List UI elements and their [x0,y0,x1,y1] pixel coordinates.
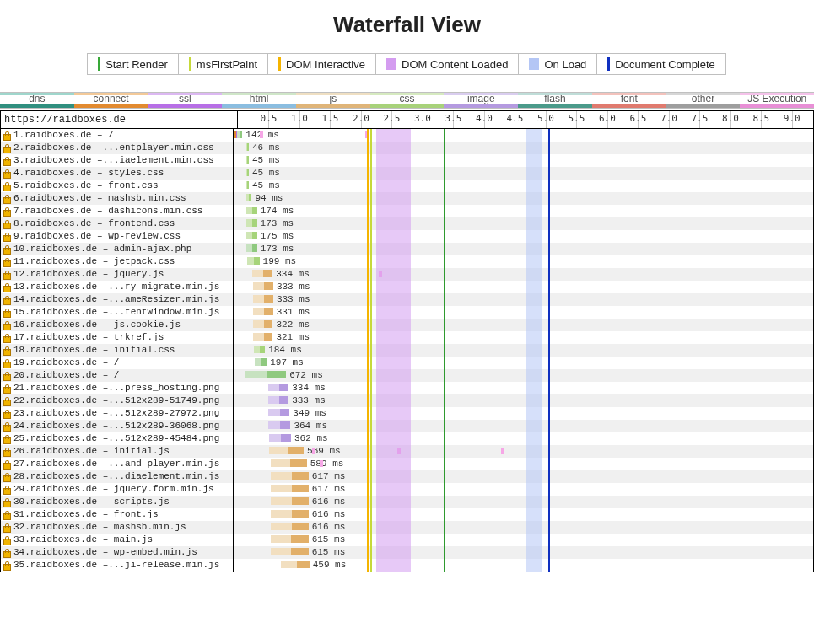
waterfall-row[interactable]: 10. raidboxes.de – admin-ajax.php173 ms [1,243,813,255]
lock-icon [3,549,11,557]
waterfall-row[interactable]: 28. raidboxes.de –...diaelement.min.js61… [1,470,813,483]
row-bars: 617 ms [234,470,813,483]
row-url: raidboxes.de –...512x289-45484.png [30,432,219,445]
row-label: 34. raidboxes.de – wp-embed.min.js [1,546,234,559]
row-label: 27. raidboxes.de –...and-player.min.js [1,458,234,470]
waterfall-row[interactable]: 17. raidboxes.de – trkref.js321 ms [1,331,813,344]
lock-icon [3,460,11,469]
waterfall-row[interactable]: 27. raidboxes.de –...and-player.min.js58… [1,458,813,470]
waterfall-row[interactable]: 26. raidboxes.de – initial.js569 ms [1,445,813,458]
row-label: 20. raidboxes.de – / [1,369,234,382]
request-wait-bar [255,358,261,366]
request-download-bar [267,371,286,378]
waterfall-row[interactable]: 33. raidboxes.de – main.js615 ms [1,534,813,546]
request-wait-bar [281,561,296,568]
lock-icon [3,435,11,443]
axis-tick-label: 2.5 [384,113,401,124]
waterfall-row[interactable]: 18. raidboxes.de – initial.css184 ms [1,344,813,357]
lock-icon [3,448,11,456]
waterfall-row[interactable]: 21. raidboxes.de –...press_hosting.png33… [1,382,813,394]
row-number: 7. [13,205,24,217]
row-duration: 459 ms [313,559,347,572]
request-download-bar [292,497,309,505]
waterfall-row[interactable]: 1. raidboxes.de – /142 ms [1,129,813,142]
lock-icon [3,283,11,292]
row-bars: 197 ms [234,357,813,369]
waterfall-row[interactable]: 19. raidboxes.de – /197 ms [1,357,813,369]
waterfall-row[interactable]: 34. raidboxes.de – wp-embed.min.js615 ms [1,546,813,559]
lock-icon [3,561,11,570]
row-bars: 349 ms [234,407,813,420]
row-duration: 333 ms [292,394,326,407]
waterfall-row[interactable]: 23. raidboxes.de –...512x289-27972.png34… [1,407,813,420]
waterfall-row[interactable]: 11. raidboxes.de – jetpack.css199 ms [1,255,813,268]
axis-tick-label: 2.0 [353,113,369,124]
axis-tick-label: 7.0 [660,113,677,124]
row-url: raidboxes.de – initial.css [30,344,175,357]
waterfall-row[interactable]: 8. raidboxes.de – frontend.css173 ms [1,217,813,230]
waterfall-row[interactable]: 6. raidboxes.de – mashsb.min.css94 ms [1,192,813,205]
request-download-bar [292,510,309,518]
request-download-bar [252,232,257,239]
row-label: 10. raidboxes.de – admin-ajax.php [1,243,234,255]
type-legend-item: flash [518,93,592,108]
waterfall-row[interactable]: 5. raidboxes.de – front.css45 ms [1,180,813,192]
lock-icon [3,220,11,228]
row-label: 29. raidboxes.de – jquery.form.min.js [1,483,234,496]
waterfall-row[interactable]: 30. raidboxes.de – scripts.js616 ms [1,496,813,508]
request-wait-bar [253,282,264,290]
row-bars: 615 ms [234,546,813,559]
request-download-bar [292,485,309,492]
row-url: raidboxes.de –...diaelement.min.js [30,470,219,483]
event-legend-swatch [529,58,539,70]
row-number: 30. [13,496,30,508]
row-bars: 615 ms [234,534,813,546]
event-legend-item: Document Complete [596,53,726,75]
waterfall-row[interactable]: 35. raidboxes.de –...ji-release.min.js45… [1,559,813,572]
waterfall-row[interactable]: 24. raidboxes.de –...512x289-36068.png36… [1,420,813,432]
row-bars: 175 ms [234,230,813,243]
waterfall-row[interactable]: 3. raidboxes.de –...iaelement.min.css45 … [1,154,813,167]
row-url: raidboxes.de – mashsb.min.css [24,192,186,205]
event-legend-item: msFirstPaint [178,53,268,75]
row-bars: 364 ms [234,420,813,432]
waterfall-row[interactable]: 31. raidboxes.de – front.js616 ms [1,508,813,521]
lock-icon [3,346,11,355]
lock-icon [3,157,11,165]
request-download-bar [263,270,272,277]
url-header: https://raidboxes.de [1,111,238,128]
type-legend-item: image [444,93,518,108]
axis-tick-label: 8.0 [722,113,739,124]
row-number: 14. [13,293,30,306]
waterfall-row[interactable]: 22. raidboxes.de –...512x289-51749.png33… [1,394,813,407]
request-download-bar [292,472,309,480]
waterfall-row[interactable]: 20. raidboxes.de – /672 ms [1,369,813,382]
waterfall-row[interactable]: 2. raidboxes.de –...entplayer.min.css46 … [1,142,813,154]
row-url: raidboxes.de –...and-player.min.js [30,458,219,470]
request-wait-bar [269,447,288,454]
waterfall-row[interactable]: 7. raidboxes.de – dashicons.min.css174 m… [1,205,813,217]
waterfall-row[interactable]: 32. raidboxes.de – mashsb.min.js616 ms [1,521,813,534]
request-download-bar [252,244,257,252]
row-duration: 322 ms [276,319,310,331]
waterfall-row[interactable]: 13. raidboxes.de –...ry-migrate.min.js33… [1,281,813,293]
row-bars: 334 ms [234,268,813,281]
row-label: 15. raidboxes.de –...tentWindow.min.js [1,306,234,319]
request-wait-bar [271,523,292,530]
waterfall-row[interactable]: 4. raidboxes.de – styles.css45 ms [1,167,813,180]
waterfall-row[interactable]: 15. raidboxes.de –...tentWindow.min.js33… [1,306,813,319]
type-legend: dnsconnectsslhtmljscssimageflashfontothe… [0,92,814,109]
request-download-bar [254,257,260,265]
lock-icon [3,422,11,431]
lock-icon [3,182,11,191]
row-label: 17. raidboxes.de – trkref.js [1,331,234,344]
waterfall-row[interactable]: 12. raidboxes.de – jquery.js334 ms [1,268,813,281]
waterfall-row[interactable]: 25. raidboxes.de –...512x289-45484.png36… [1,432,813,445]
row-label: 13. raidboxes.de –...ry-migrate.min.js [1,281,234,293]
waterfall-row[interactable]: 9. raidboxes.de – wp-review.css175 ms [1,230,813,243]
waterfall-row[interactable]: 29. raidboxes.de – jquery.form.min.js617… [1,483,813,496]
row-duration: 199 ms [263,255,297,268]
row-duration: 615 ms [312,546,346,559]
waterfall-row[interactable]: 16. raidboxes.de – js.cookie.js322 ms [1,319,813,331]
waterfall-row[interactable]: 14. raidboxes.de –...ameResizer.min.js33… [1,293,813,306]
